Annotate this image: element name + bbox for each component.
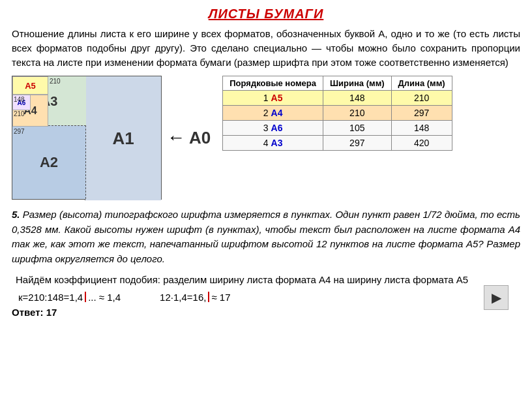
- dim-148: 148: [14, 96, 25, 103]
- intro-text: Отношение длины листа к его ширине у все…: [12, 27, 520, 69]
- paper-diagram: А1 А3 А2 А4 А5 А6 210 148: [12, 76, 162, 200]
- table-cell-length: 420: [391, 136, 452, 151]
- formula-left-text: к=210:148=1,4: [18, 292, 83, 303]
- table-row: 3 А6 105 148: [223, 121, 452, 136]
- table-row: 4 А3 297 420: [223, 136, 452, 151]
- dim-297: 297: [14, 128, 25, 135]
- table-cell-width: 297: [323, 136, 392, 151]
- cursor-bar-2: [208, 292, 209, 302]
- bottom-area: Найдём коэффициент подобия: разделим шир…: [12, 273, 520, 318]
- middle-section: А1 А3 А2 А4 А5 А6 210 148: [12, 76, 520, 200]
- formula-right-approx: ≈ 17: [211, 292, 230, 303]
- table-cell-width: 105: [323, 121, 392, 136]
- dim-210-left: 210: [14, 110, 25, 117]
- a1-label: А1: [112, 129, 134, 149]
- formula-left: к=210:148=1,4... ≈ 1,4: [18, 292, 121, 303]
- table-col1-header: Порядковые номера: [223, 76, 323, 91]
- table-cell-name: А6: [271, 123, 283, 133]
- problem-body: Размер (высота) типографского шрифта изм…: [12, 209, 520, 264]
- problem-text: 5. Размер (высота) типографского шрифта …: [12, 208, 520, 266]
- table-cell-length: 148: [391, 121, 452, 136]
- table-row: 2 А4 210 297: [223, 106, 452, 121]
- answer-line: Ответ: 17: [12, 307, 520, 318]
- table-cell-width: 148: [323, 91, 392, 106]
- table-col2-header: Ширина (мм): [323, 76, 392, 91]
- paper-sizes-table: Порядковые номера Ширина (мм) Длина (мм)…: [222, 76, 452, 151]
- page-title: ЛИСТЫ БУМАГИ: [12, 7, 520, 22]
- answer-label: Ответ:: [12, 307, 44, 318]
- table-row: 1 А5 148 210: [223, 91, 452, 106]
- rect-a5: А5: [12, 76, 48, 95]
- table-cell-name: А4: [271, 108, 283, 118]
- table-cell-num: 4 А3: [223, 136, 323, 151]
- table-cell-name: А3: [271, 138, 283, 148]
- table-cell-length: 210: [391, 91, 452, 106]
- table-col3-header: Длина (мм): [391, 76, 452, 91]
- a2-label: А2: [40, 154, 58, 171]
- solution-line1: Найдём коэффициент подобия: разделим шир…: [16, 273, 520, 288]
- diagram-area: А1 А3 А2 А4 А5 А6 210 148: [12, 76, 211, 200]
- next-icon: ▶: [492, 290, 501, 305]
- next-button[interactable]: ▶: [484, 285, 509, 310]
- dim-210-top: 210: [50, 78, 61, 85]
- table-cell-name: А5: [271, 93, 283, 103]
- rect-a2: А2: [12, 125, 86, 199]
- cursor-bar-1: [85, 292, 86, 302]
- a5-label: А5: [25, 81, 36, 91]
- formula-left-approx: ... ≈ 1,4: [88, 292, 121, 303]
- arrow-left-icon: ←: [167, 127, 185, 148]
- formula-right-text: 12·1,4=16,: [160, 292, 206, 303]
- arrow-area: ← А0: [167, 127, 211, 148]
- answer-value: 17: [46, 307, 57, 318]
- a0-label: А0: [189, 128, 211, 148]
- table-cell-num: 3 А6: [223, 121, 323, 136]
- table-cell-length: 297: [391, 106, 452, 121]
- formula-right: 12·1,4=16, ≈ 17: [160, 292, 230, 303]
- rect-a1: А1: [85, 76, 161, 200]
- formula-line: к=210:148=1,4... ≈ 1,4 12·1,4=16, ≈ 17: [18, 292, 520, 303]
- table-cell-width: 210: [323, 106, 392, 121]
- table-cell-num: 1 А5: [223, 91, 323, 106]
- table-cell-num: 2 А4: [223, 106, 323, 121]
- problem-number: 5.: [12, 209, 20, 220]
